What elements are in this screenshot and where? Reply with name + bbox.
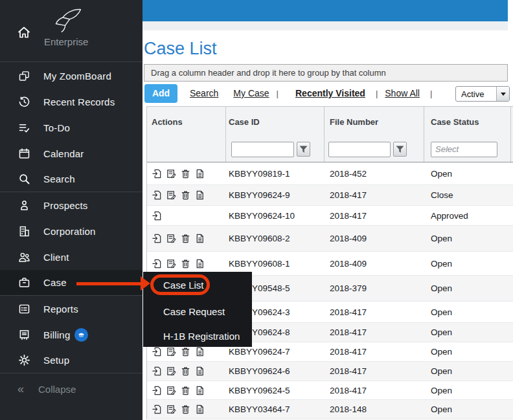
case-id-filter-input[interactable] (231, 142, 294, 157)
sidebar-item-corporation[interactable]: Corporation (0, 218, 142, 244)
action-goto-icon[interactable] (152, 168, 163, 179)
table-row: KBBYY09624-6 2018-417 Open (147, 362, 513, 381)
action-goto-icon[interactable] (152, 366, 163, 377)
case-status-cell: Open (424, 381, 511, 399)
case-status-cell: Open (424, 302, 511, 322)
column-header-case-status[interactable]: Case Status (424, 107, 511, 137)
action-view-icon[interactable] (194, 190, 205, 201)
brand-name: Enterprise (44, 36, 88, 47)
group-by-bar[interactable]: Drag a column header and drop it here to… (144, 64, 508, 82)
case-status-cell: Open (424, 362, 511, 381)
action-view-icon[interactable] (194, 346, 205, 357)
case-id-cell: KBBYY09624-9 (226, 185, 325, 205)
action-edit-icon[interactable] (166, 168, 177, 179)
action-view-icon[interactable] (194, 366, 205, 377)
billing-icon (17, 328, 31, 342)
action-delete-icon[interactable] (180, 404, 191, 415)
table-row: KBBYY09608-2 2018-409 Open (147, 226, 513, 252)
action-goto-icon[interactable] (152, 190, 163, 201)
action-delete-icon[interactable] (180, 190, 191, 201)
file-number-cell: 2018-417 (325, 342, 424, 361)
action-delete-icon[interactable] (180, 168, 191, 179)
action-view-icon[interactable] (194, 233, 205, 244)
action-edit-icon[interactable] (166, 258, 177, 269)
column-header-case-id[interactable]: Case ID (226, 107, 325, 137)
action-goto-icon[interactable] (152, 404, 163, 415)
sidebar-item-label: Prospects (43, 200, 88, 211)
sidebar-item-to-do[interactable]: To-Do (0, 115, 142, 140)
action-edit-icon[interactable] (166, 346, 177, 357)
case-status-filter-select[interactable] (431, 142, 497, 157)
action-view-icon[interactable] (194, 385, 205, 396)
context-menu-item-h-1b-registration[interactable]: H-1B Registration (143, 325, 252, 347)
recently-visited-link[interactable]: Recently Visited (295, 88, 365, 98)
sidebar-nav: My ZoomBoard Recent Records To-Do Calend… (0, 63, 142, 373)
my-case-link[interactable]: My Case (233, 88, 269, 98)
actions-cell (147, 226, 226, 251)
action-goto-icon[interactable] (152, 346, 163, 357)
main-content: Case List Drag a column header and drop … (142, 0, 513, 420)
zoomboard-icon (17, 69, 31, 83)
action-view-icon[interactable] (194, 168, 205, 179)
sidebar-item-calendar[interactable]: Calendar (0, 140, 142, 166)
sidebar-item-search[interactable]: Search (0, 166, 142, 192)
sidebar-item-my-zoomboard[interactable]: My ZoomBoard (0, 63, 142, 89)
action-edit-icon[interactable] (166, 233, 177, 244)
case-context-menu: Case List Case Request H-1B Registration (143, 272, 252, 347)
action-edit-icon[interactable] (166, 404, 177, 415)
action-delete-icon[interactable] (180, 366, 191, 377)
top-blue-bar (142, 0, 508, 21)
sidebar-item-billing[interactable]: Billing (0, 322, 142, 348)
sidebar-item-label: Billing (43, 329, 70, 340)
sidebar-item-label: Client (43, 252, 69, 263)
action-edit-icon[interactable] (166, 366, 177, 377)
home-icon[interactable] (16, 25, 32, 40)
action-delete-icon[interactable] (180, 346, 191, 357)
action-delete-icon[interactable] (180, 233, 191, 244)
sidebar-item-setup[interactable]: Setup (0, 348, 142, 373)
chevron-down-icon[interactable] (496, 87, 509, 101)
table-row: KBBYY09819-1 2018-452 Open (147, 162, 513, 185)
show-all-link[interactable]: Show All (385, 88, 420, 98)
context-menu-item-case-list[interactable]: Case List (143, 272, 252, 298)
action-delete-icon[interactable] (180, 258, 191, 269)
sidebar-item-reports[interactable]: Reports (0, 296, 142, 322)
case-status-cell: Close (424, 185, 511, 205)
toolbar-separator: | (376, 89, 378, 98)
top-strip (142, 21, 508, 30)
case-id-filter-funnel-icon[interactable] (297, 142, 310, 157)
column-header-file-number[interactable]: File Number (325, 107, 424, 137)
column-header-actions[interactable]: Actions (147, 107, 226, 137)
action-goto-icon[interactable] (152, 210, 163, 221)
action-goto-icon[interactable] (152, 258, 163, 269)
action-delete-icon[interactable] (180, 385, 191, 396)
file-number-cell: 2018-409 (325, 252, 424, 275)
sidebar-item-prospects[interactable]: Prospects (0, 192, 142, 218)
action-goto-icon[interactable] (152, 385, 163, 396)
action-edit-icon[interactable] (166, 385, 177, 396)
sidebar-item-recent-records[interactable]: Recent Records (0, 89, 142, 115)
case-status-cell: Open (424, 323, 511, 342)
add-button[interactable]: Add (144, 84, 177, 103)
context-menu-item-case-request[interactable]: Case Request (143, 298, 252, 325)
file-number-cell: 2018-148 (325, 400, 424, 419)
action-goto-icon[interactable] (152, 233, 163, 244)
file-number-filter-input[interactable] (328, 142, 391, 157)
search-link[interactable]: Search (190, 88, 218, 98)
sidebar-item-label: Reports (43, 304, 78, 315)
sidebar-item-client[interactable]: Client (0, 244, 142, 270)
search-icon (17, 172, 31, 186)
table-row: KBBYY09624-5 2018-417 Open (147, 381, 513, 400)
toolbar-separator: | (277, 89, 279, 98)
sidebar-item-collapse[interactable]: « Collapse (0, 376, 142, 402)
table-row: KBBYY09624-10 2018-417 Approved (147, 206, 513, 226)
active-status-select[interactable]: Active (455, 86, 510, 102)
sidebar-item-label: Corporation (43, 226, 96, 237)
sidebar-item-case[interactable]: Case (0, 270, 142, 296)
action-view-icon[interactable] (194, 258, 205, 269)
case-id-cell: KBBYY03464-7 (226, 400, 325, 419)
action-edit-icon[interactable] (166, 190, 177, 201)
calendar-icon (17, 147, 31, 160)
action-view-icon[interactable] (194, 404, 205, 415)
file-number-filter-funnel-icon[interactable] (393, 142, 407, 157)
